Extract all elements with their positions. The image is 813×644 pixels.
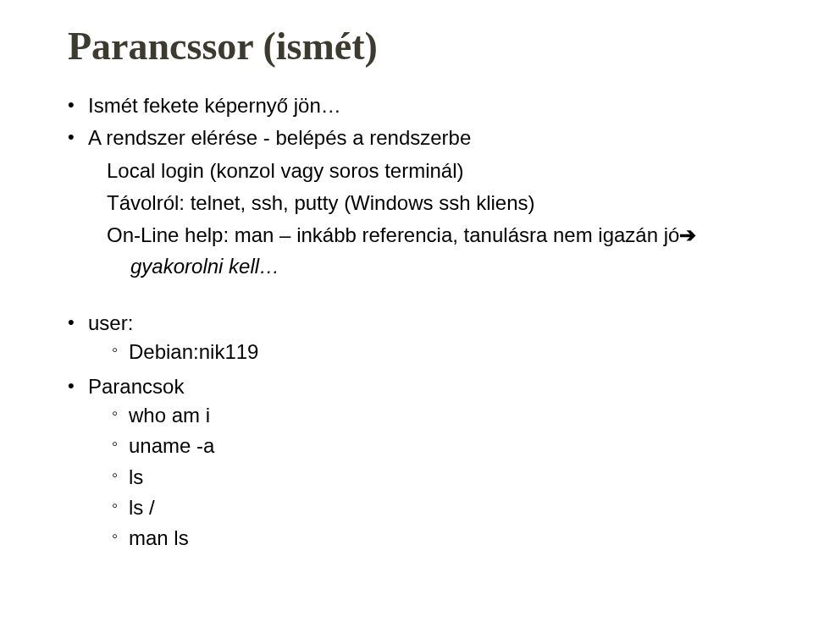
detail-line: Távolról: telnet, ssh, putty (Windows ss…	[107, 189, 762, 217]
user-sublist: Debian:nik119	[112, 339, 762, 366]
bullet-item: Parancsok who am i uname -a ls ls / man …	[68, 373, 762, 553]
spacer	[68, 284, 762, 310]
detail-note: gyakorolni kell…	[130, 252, 762, 281]
slide: Parancssor (ismét) Ismét fekete képernyő…	[0, 0, 813, 644]
user-value: Debian:nik119	[112, 339, 762, 366]
bullet-item: Ismét fekete képernyő jön…	[68, 92, 762, 119]
command-item: uname -a	[112, 432, 762, 460]
bullet-item: user: Debian:nik119	[68, 310, 762, 366]
user-label: user:	[88, 311, 133, 334]
bullet-list: Ismét fekete képernyő jön… A rendszer el…	[68, 92, 762, 152]
access-details: Local login (konzol vagy soros terminál)…	[107, 157, 762, 280]
detail-line: On-Line help: man – inkább referencia, t…	[107, 221, 762, 250]
slide-title: Parancssor (ismét)	[68, 25, 762, 69]
detail-line: Local login (konzol vagy soros terminál)	[107, 157, 762, 185]
command-item: ls /	[112, 494, 762, 521]
bullet-item: A rendszer elérése - belépés a rendszerb…	[68, 124, 762, 151]
detail-text: On-Line help: man – inkább referencia, t…	[107, 223, 679, 246]
arrow-icon: ➔	[679, 223, 696, 246]
secondary-list: user: Debian:nik119 Parancsok who am i u…	[68, 310, 762, 553]
command-item: ls	[112, 464, 762, 491]
commands-label: Parancsok	[88, 375, 184, 398]
command-item: who am i	[112, 402, 762, 429]
command-item: man ls	[112, 525, 762, 552]
commands-sublist: who am i uname -a ls ls / man ls	[112, 402, 762, 553]
